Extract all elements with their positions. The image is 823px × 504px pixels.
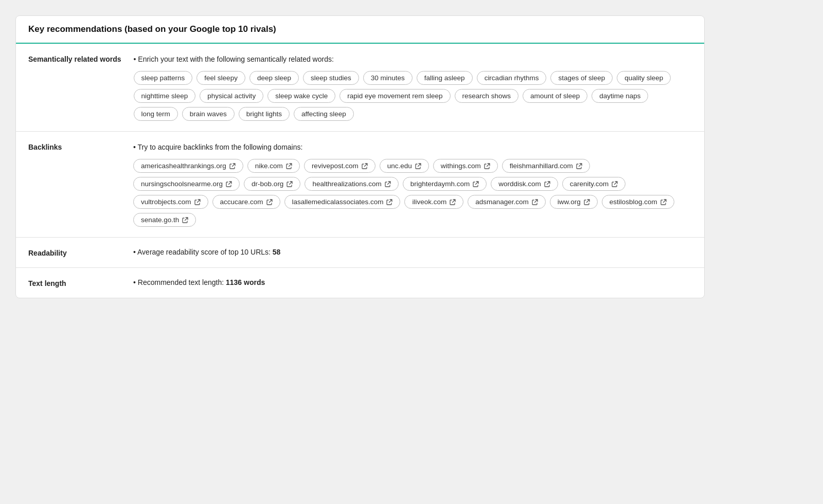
section-label-semantically-related: Semantically related words [28,54,121,63]
semantic-tag: circadian rhythms [477,71,547,85]
backlink-domain-tag[interactable]: americashealthrankings.org [133,159,243,173]
text-length-description: Recommended text length: [138,278,226,286]
backlink-domain-tag[interactable]: brighterdaymh.com [403,177,487,191]
backlink-domain-tag[interactable]: nike.com [247,159,300,173]
semantically-related-intro: Enrich your text with the following sema… [134,54,692,65]
semantic-tag: brain waves [182,107,235,121]
semantic-tag: sleep patterns [134,71,193,85]
backlink-domain-tag[interactable]: withings.com [433,159,498,173]
semantic-tag: bright lights [239,107,290,121]
external-link-icon [473,181,479,187]
readability-text: Average readability score of top 10 URLs… [133,248,692,256]
semantic-tag: sleep studies [303,71,359,85]
section-backlinks: Backlinks Try to acquire backlinks from … [16,132,704,238]
backlink-domain-tag[interactable]: nursingschoolsnearme.org [133,177,240,191]
section-text-length: Text length Recommended text length: 113… [16,268,704,298]
card-title: Key recommendations (based on your Googl… [28,24,692,34]
external-link-icon [386,199,392,205]
backlink-domain-tag[interactable]: healthrealizations.com [305,177,398,191]
external-link-icon [544,181,550,187]
external-link-icon [612,181,618,187]
external-link-icon [584,199,590,205]
semantic-tag: nighttime sleep [134,89,196,103]
semantic-tag: falling asleep [417,71,473,85]
text-length-value: 1136 words [226,278,265,286]
external-link-icon [194,199,201,205]
external-link-icon [576,163,582,169]
external-link-icon [415,163,421,169]
semantic-tag: long term [134,107,178,121]
external-link-icon [450,199,456,205]
semantic-tag: sleep wake cycle [267,89,335,103]
external-link-icon [182,217,188,223]
external-link-icon [385,181,391,187]
section-content-readability: Average readability score of top 10 URLs… [133,248,692,256]
external-link-icon [362,163,368,169]
semantic-tag: feel sleepy [196,71,245,85]
section-content-text-length: Recommended text length: 1136 words [133,278,692,286]
readability-description: Average readability score of top 10 URLs… [137,248,273,256]
backlink-domain-tag[interactable]: vultrobjects.com [133,195,208,209]
external-link-icon [226,181,232,187]
external-link-icon [532,199,538,205]
external-link-icon [266,199,273,205]
semantic-tag: research shows [455,89,519,103]
backlink-domain-tag[interactable]: iww.org [550,195,598,209]
backlink-domain-tag[interactable]: estilosblog.com [602,195,674,209]
external-link-icon [287,181,293,187]
semantic-tag: 30 minutes [363,71,413,85]
backlink-domain-tag[interactable]: carenity.com [562,177,626,191]
section-label-readability: Readability [28,248,121,257]
backlinks-domains: americashealthrankings.org nike.com revi… [133,159,692,227]
semantic-tag: daytime naps [592,89,648,103]
backlink-domain-tag[interactable]: senate.go.th [133,213,196,227]
backlink-domain-tag[interactable]: revivepost.com [304,159,375,173]
section-content-semantically-related: Enrich your text with the following sema… [134,54,692,121]
text-length-text: Recommended text length: 1136 words [133,278,692,286]
backlink-domain-tag[interactable]: worddisk.com [491,177,558,191]
recommendations-card: Key recommendations (based on your Googl… [15,15,705,298]
semantic-tag: rapid eye movement rem sleep [339,89,450,103]
backlink-domain-tag[interactable]: iliveok.com [404,195,463,209]
semantic-tag: affecting sleep [294,107,354,121]
backlink-domain-tag[interactable]: lasallemedicalassociates.com [284,195,401,209]
card-header: Key recommendations (based on your Googl… [16,16,704,44]
semantic-tag: quality sleep [617,71,671,85]
section-content-backlinks: Try to acquire backlinks from the follow… [133,142,692,227]
backlink-domain-tag[interactable]: dr-bob.org [244,177,300,191]
section-label-backlinks: Backlinks [28,142,121,151]
semantic-tag: stages of sleep [550,71,613,85]
semantically-related-tags: sleep patternsfeel sleepydeep sleepsleep… [134,71,692,121]
external-link-icon [660,199,667,205]
external-link-icon [286,163,292,169]
backlink-domain-tag[interactable]: unc.edu [380,159,429,173]
backlink-domain-tag[interactable]: adsmanager.com [468,195,546,209]
semantic-tag: amount of sleep [523,89,587,103]
semantic-tag: deep sleep [249,71,299,85]
semantic-tag: physical activity [200,89,263,103]
backlink-domain-tag[interactable]: accucare.com [212,195,280,209]
backlinks-intro: Try to acquire backlinks from the follow… [133,142,692,153]
readability-score: 58 [273,248,281,256]
external-link-icon [484,163,490,169]
section-readability: Readability Average readability score of… [16,238,704,268]
section-semantically-related: Semantically related words Enrich your t… [16,44,704,132]
backlink-domain-tag[interactable]: fleishmanhillard.com [502,159,590,173]
section-label-text-length: Text length [28,278,121,287]
external-link-icon [229,163,236,169]
